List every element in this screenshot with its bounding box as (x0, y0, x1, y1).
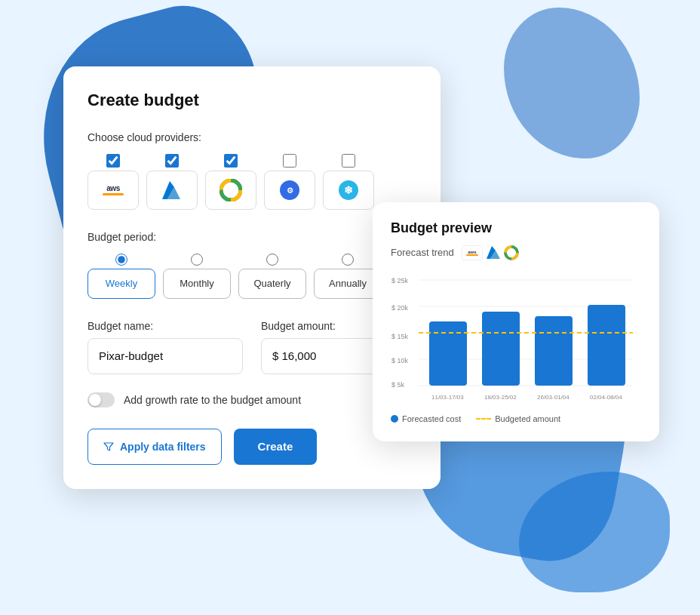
svg-text:$ 10k: $ 10k (391, 357, 409, 364)
bar-3 (535, 316, 573, 386)
chart-legend: Forecasted cost Budgeted amount (391, 414, 641, 423)
forecast-gcp-icon (504, 245, 519, 260)
budget-name-label: Budget name: (88, 320, 243, 332)
aws-checkbox[interactable] (106, 154, 120, 168)
filter-icon (103, 441, 114, 452)
fields-row: Budget name: Budget amount: (88, 320, 416, 374)
forecasted-dot (391, 415, 398, 423)
forecasted-label: Forecasted cost (402, 414, 461, 423)
period-annually[interactable]: Annually (314, 254, 382, 299)
budgeted-label: Budgeted amount (495, 414, 560, 423)
gcp-icon (220, 179, 242, 201)
svg-text:18/03-25/02: 18/03-25/02 (484, 394, 517, 401)
azure-icon (161, 180, 183, 201)
forecast-icons: aws (462, 245, 519, 260)
aws-label: aws (106, 184, 119, 192)
period-monthly[interactable]: Monthly (163, 254, 231, 299)
create-button[interactable]: Create (234, 429, 318, 465)
svg-text:02/04-08/04: 02/04-08/04 (590, 394, 622, 401)
annually-button[interactable]: Annually (314, 269, 382, 299)
provider-k8s[interactable]: ⚙ (264, 154, 315, 210)
provider-gcp[interactable] (205, 154, 256, 210)
forecast-row: Forecast trend aws (391, 245, 641, 260)
aws-box[interactable]: aws (88, 171, 139, 210)
create-budget-title: Create budget (88, 91, 416, 110)
legend-forecasted: Forecasted cost (391, 414, 461, 423)
k8s-icon: ⚙ (278, 179, 301, 201)
snowflake-checkbox[interactable] (342, 154, 355, 168)
azure-checkbox[interactable] (165, 154, 179, 168)
bar-4 (588, 305, 625, 386)
legend-budgeted: Budgeted amount (476, 414, 560, 423)
quarterly-button[interactable]: Quaterly (238, 269, 306, 299)
budget-preview-card: Budget preview Forecast trend aws (373, 202, 659, 441)
period-options: Weekly Monthly Quaterly Annually (88, 254, 416, 299)
preview-title: Budget preview (391, 220, 641, 236)
annually-radio[interactable] (342, 254, 354, 266)
monthly-button[interactable]: Monthly (163, 269, 231, 299)
bar-2 (482, 312, 520, 386)
aws-bar (103, 193, 124, 195)
svg-text:26/03-01/04: 26/03-01/04 (537, 394, 570, 401)
budget-period-label: Budget period: (88, 231, 416, 243)
gcp-checkbox[interactable] (224, 154, 238, 168)
k8s-box[interactable]: ⚙ (264, 171, 315, 210)
svg-text:❄: ❄ (344, 184, 353, 196)
budget-name-input[interactable] (88, 338, 243, 374)
svg-text:⚙: ⚙ (287, 186, 293, 195)
forecast-label: Forecast trend (391, 247, 454, 258)
forecast-azure-icon (486, 245, 501, 260)
snowflake-box[interactable]: ❄ (323, 171, 374, 210)
budget-period-section: Budget period: Weekly Monthly Quaterly A… (88, 231, 416, 299)
growth-rate-toggle[interactable] (88, 392, 115, 407)
growth-rate-row: Add growth rate to the budget amount (88, 392, 416, 407)
gcp-box[interactable] (205, 171, 256, 210)
providers-grid: aws (88, 154, 416, 210)
azure-box[interactable] (146, 171, 198, 210)
provider-snowflake[interactable]: ❄ (323, 154, 374, 210)
svg-text:$ 20k: $ 20k (391, 304, 409, 312)
growth-rate-label: Add growth rate to the budget amount (124, 394, 301, 406)
monthly-radio[interactable] (191, 254, 203, 266)
budgeted-dash (476, 418, 491, 420)
apply-filters-button[interactable]: Apply data filters (88, 429, 222, 465)
period-quarterly[interactable]: Quaterly (238, 254, 306, 299)
quarterly-radio[interactable] (266, 254, 278, 266)
snowflake-icon: ❄ (337, 179, 360, 201)
weekly-button[interactable]: Weekly (88, 269, 155, 299)
forecast-aws-icon: aws (462, 245, 483, 260)
svg-text:$ 25k: $ 25k (391, 277, 409, 284)
k8s-checkbox[interactable] (283, 154, 296, 168)
bar-1 (429, 321, 467, 386)
apply-filters-label: Apply data filters (120, 441, 206, 453)
svg-text:$ 5k: $ 5k (391, 381, 405, 389)
period-weekly[interactable]: Weekly (88, 254, 155, 299)
action-row: Apply data filters Create (88, 429, 416, 465)
cloud-providers-label: Choose cloud providers: (88, 131, 416, 143)
weekly-radio[interactable] (115, 254, 127, 266)
provider-aws[interactable]: aws (88, 154, 139, 210)
svg-text:$ 15k: $ 15k (391, 333, 409, 340)
chart-container: $ 25k $ 20k $ 15k $ 10k $ 5k (391, 272, 641, 408)
provider-azure[interactable] (146, 154, 198, 210)
budget-name-group: Budget name: (88, 320, 243, 374)
budget-chart: $ 25k $ 20k $ 15k $ 10k $ 5k (391, 272, 641, 408)
cloud-providers-section: Choose cloud providers: aws (88, 131, 416, 210)
svg-text:11/03-17/03: 11/03-17/03 (431, 394, 464, 401)
